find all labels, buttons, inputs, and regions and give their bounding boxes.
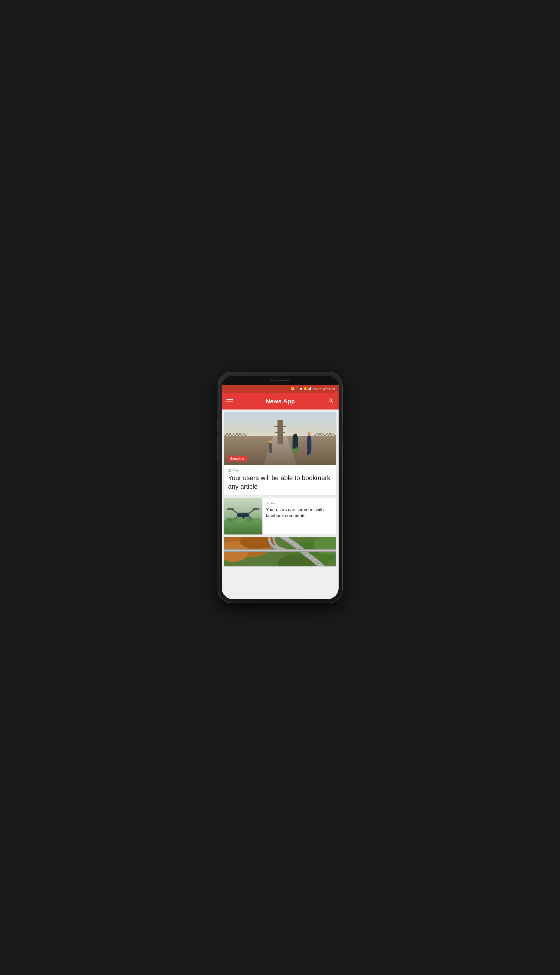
phone-screen: 📶 🔇 ⏰ 📶 92% ⚡ 12:34 pm	[222, 385, 338, 599]
phone-screen-wrapper: 📶 🔇 ⏰ 📶 92% ⚡ 12:34 pm	[222, 376, 338, 599]
app-title: News App	[266, 398, 295, 405]
article-2-content: 02 Jun Your users can comment with faceb…	[262, 498, 336, 535]
status-icons: 📶 🔇 ⏰ 📶 92% ⚡ 12:34 pm	[291, 387, 335, 391]
featured-article-content: 29 May Your users will be able to bookma…	[224, 465, 336, 495]
drone-trees	[224, 520, 262, 535]
walker-figure	[269, 443, 272, 453]
svg-line-4	[248, 510, 254, 514]
battery-icon: ⚡	[318, 387, 322, 390]
status-bar: 📶 🔇 ⏰ 📶 92% ⚡ 12:34 pm	[222, 385, 338, 393]
time-display: 12:34 pm	[323, 387, 335, 391]
featured-article-date: 29 May	[228, 468, 332, 472]
runner-figure-2	[293, 434, 298, 449]
runner-figure-1	[307, 435, 312, 450]
bluetooth-icon: 📶	[291, 387, 294, 390]
aerial-scene	[224, 537, 336, 566]
hamburger-line-3	[227, 403, 233, 403]
content-area[interactable]: Breaking 29 May Your users will be able …	[222, 410, 338, 599]
svg-point-7	[227, 508, 234, 510]
article-card-2[interactable]: 02 Jun Your users can comment with faceb…	[224, 498, 336, 535]
hamburger-line-1	[227, 399, 233, 400]
mute-icon: 🔇	[295, 387, 298, 390]
article-2-title: Your users can comment with facebook com…	[266, 507, 333, 519]
signal-icon	[308, 387, 311, 390]
battery-percentage: 92%	[312, 387, 318, 391]
menu-button[interactable]	[227, 399, 233, 403]
aerial-svg	[224, 537, 336, 566]
search-icon	[328, 398, 334, 404]
article-card-3[interactable]	[224, 537, 336, 566]
svg-point-8	[252, 508, 260, 510]
featured-article-title: Your users will be able to bookmark any …	[228, 474, 332, 491]
speaker	[275, 380, 290, 381]
article-2-date: 02 Jun	[266, 502, 333, 505]
search-button[interactable]	[328, 398, 334, 405]
featured-article-image: Breaking	[224, 412, 336, 465]
featured-article-card[interactable]: Breaking 29 May Your users will be able …	[224, 412, 336, 495]
drone-scene	[224, 498, 262, 535]
alarm-icon: ⏰	[299, 387, 303, 390]
breaking-badge: Breaking	[228, 456, 247, 462]
app-bar: News App	[222, 393, 338, 410]
phone-top-bar	[222, 376, 338, 385]
wifi-icon: 📶	[303, 387, 307, 390]
hamburger-line-2	[227, 401, 233, 401]
article-2-image	[224, 498, 262, 535]
svg-line-3	[232, 510, 238, 514]
phone-device: 📶 🔇 ⏰ 📶 92% ⚡ 12:34 pm	[218, 372, 342, 603]
front-camera	[270, 379, 273, 381]
